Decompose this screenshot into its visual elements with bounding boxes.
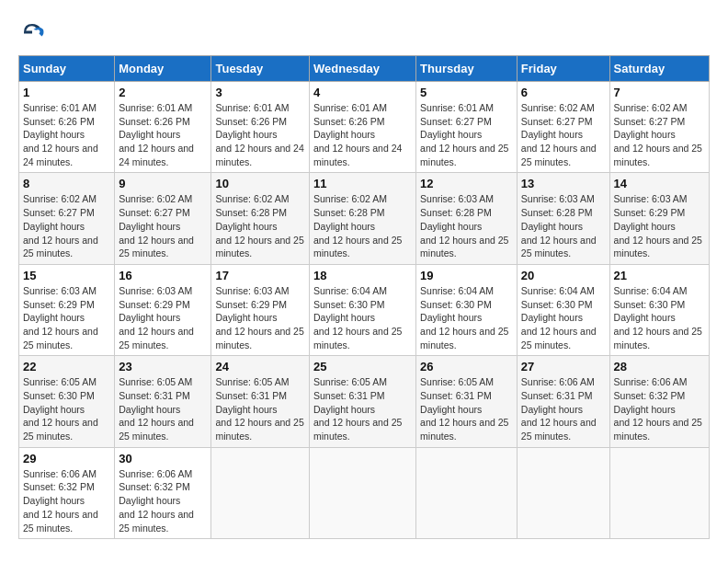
header: [18, 18, 710, 46]
day-number: 3: [215, 86, 305, 99]
calendar-day-cell: 29 Sunrise: 6:06 AMSunset: 6:32 PMDaylig…: [19, 447, 115, 538]
day-info: Sunrise: 6:02 AMSunset: 6:27 PMDaylight …: [119, 193, 194, 259]
day-info: Sunrise: 6:05 AMSunset: 6:31 PMDaylight …: [313, 376, 402, 442]
calendar-day-cell: 19 Sunrise: 6:04 AMSunset: 6:30 PMDaylig…: [416, 264, 518, 355]
calendar-day-cell: 13 Sunrise: 6:03 AMSunset: 6:28 PMDaylig…: [517, 173, 609, 264]
calendar-week-row: 1 Sunrise: 6:01 AMSunset: 6:26 PMDayligh…: [19, 82, 710, 173]
calendar-day-cell: 14 Sunrise: 6:03 AMSunset: 6:29 PMDaylig…: [609, 173, 709, 264]
day-info: Sunrise: 6:06 AMSunset: 6:31 PMDaylight …: [521, 376, 597, 442]
day-number: 16: [119, 269, 207, 282]
calendar-day-cell: 25 Sunrise: 6:05 AMSunset: 6:31 PMDaylig…: [309, 356, 415, 447]
day-number: 25: [313, 360, 412, 373]
day-info: Sunrise: 6:03 AMSunset: 6:29 PMDaylight …: [215, 285, 303, 350]
calendar-day-cell: 30 Sunrise: 6:06 AMSunset: 6:32 PMDaylig…: [115, 447, 211, 538]
day-number: 30: [119, 452, 207, 465]
weekday-header-thursday: Thursday: [416, 56, 518, 82]
day-info: Sunrise: 6:01 AMSunset: 6:27 PMDaylight …: [420, 102, 508, 167]
calendar-day-cell: 27 Sunrise: 6:06 AMSunset: 6:31 PMDaylig…: [517, 356, 609, 447]
calendar-week-row: 8 Sunrise: 6:02 AMSunset: 6:27 PMDayligh…: [19, 173, 710, 264]
day-number: 6: [521, 86, 606, 99]
day-number: 27: [521, 360, 606, 373]
logo-icon: [18, 18, 46, 46]
day-info: Sunrise: 6:03 AMSunset: 6:29 PMDaylight …: [614, 193, 702, 259]
day-number: 12: [420, 177, 513, 190]
day-number: 28: [614, 360, 705, 373]
calendar-day-cell: [416, 447, 518, 538]
day-number: 20: [521, 269, 606, 282]
day-info: Sunrise: 6:05 AMSunset: 6:31 PMDaylight …: [215, 376, 303, 442]
calendar-day-cell: [517, 447, 609, 538]
calendar-day-cell: 15 Sunrise: 6:03 AMSunset: 6:29 PMDaylig…: [19, 264, 115, 355]
day-number: 24: [215, 360, 305, 373]
day-info: Sunrise: 6:01 AMSunset: 6:26 PMDaylight …: [215, 102, 303, 167]
day-info: Sunrise: 6:03 AMSunset: 6:29 PMDaylight …: [23, 285, 98, 350]
weekday-header-tuesday: Tuesday: [211, 56, 310, 82]
calendar-day-cell: 22 Sunrise: 6:05 AMSunset: 6:30 PMDaylig…: [19, 356, 115, 447]
calendar-day-cell: 10 Sunrise: 6:02 AMSunset: 6:28 PMDaylig…: [211, 173, 310, 264]
day-info: Sunrise: 6:05 AMSunset: 6:31 PMDaylight …: [119, 376, 194, 442]
day-number: 21: [614, 269, 705, 282]
day-info: Sunrise: 6:02 AMSunset: 6:27 PMDaylight …: [521, 102, 597, 167]
weekday-header-wednesday: Wednesday: [309, 56, 415, 82]
calendar-day-cell: 26 Sunrise: 6:05 AMSunset: 6:31 PMDaylig…: [416, 356, 518, 447]
day-info: Sunrise: 6:04 AMSunset: 6:30 PMDaylight …: [420, 285, 508, 350]
day-info: Sunrise: 6:03 AMSunset: 6:28 PMDaylight …: [420, 193, 508, 259]
day-info: Sunrise: 6:04 AMSunset: 6:30 PMDaylight …: [313, 285, 402, 350]
calendar-week-row: 29 Sunrise: 6:06 AMSunset: 6:32 PMDaylig…: [19, 447, 710, 538]
day-info: Sunrise: 6:06 AMSunset: 6:32 PMDaylight …: [614, 376, 702, 442]
day-number: 5: [420, 86, 513, 99]
day-info: Sunrise: 6:04 AMSunset: 6:30 PMDaylight …: [614, 285, 702, 350]
calendar-day-cell: [211, 447, 310, 538]
day-info: Sunrise: 6:03 AMSunset: 6:28 PMDaylight …: [521, 193, 597, 259]
day-info: Sunrise: 6:06 AMSunset: 6:32 PMDaylight …: [23, 468, 98, 534]
day-number: 22: [23, 360, 110, 373]
day-info: Sunrise: 6:02 AMSunset: 6:27 PMDaylight …: [614, 102, 702, 167]
day-number: 19: [420, 269, 513, 282]
day-number: 26: [420, 360, 513, 373]
calendar-day-cell: 5 Sunrise: 6:01 AMSunset: 6:27 PMDayligh…: [416, 82, 518, 173]
day-info: Sunrise: 6:02 AMSunset: 6:27 PMDaylight …: [23, 193, 98, 259]
day-number: 18: [313, 269, 412, 282]
calendar-day-cell: 21 Sunrise: 6:04 AMSunset: 6:30 PMDaylig…: [609, 264, 709, 355]
day-info: Sunrise: 6:04 AMSunset: 6:30 PMDaylight …: [521, 285, 597, 350]
calendar-week-row: 22 Sunrise: 6:05 AMSunset: 6:30 PMDaylig…: [19, 356, 710, 447]
weekday-header-monday: Monday: [115, 56, 211, 82]
day-number: 29: [23, 452, 110, 465]
calendar-day-cell: 17 Sunrise: 6:03 AMSunset: 6:29 PMDaylig…: [211, 264, 310, 355]
calendar-day-cell: 8 Sunrise: 6:02 AMSunset: 6:27 PMDayligh…: [19, 173, 115, 264]
day-number: 8: [23, 177, 110, 190]
calendar-day-cell: 2 Sunrise: 6:01 AMSunset: 6:26 PMDayligh…: [115, 82, 211, 173]
calendar-day-cell: 18 Sunrise: 6:04 AMSunset: 6:30 PMDaylig…: [309, 264, 415, 355]
calendar-week-row: 15 Sunrise: 6:03 AMSunset: 6:29 PMDaylig…: [19, 264, 710, 355]
logo: [18, 18, 50, 46]
day-number: 14: [614, 177, 705, 190]
day-info: Sunrise: 6:03 AMSunset: 6:29 PMDaylight …: [119, 285, 194, 350]
day-number: 13: [521, 177, 606, 190]
calendar-day-cell: 20 Sunrise: 6:04 AMSunset: 6:30 PMDaylig…: [517, 264, 609, 355]
day-number: 23: [119, 360, 207, 373]
calendar-day-cell: 24 Sunrise: 6:05 AMSunset: 6:31 PMDaylig…: [211, 356, 310, 447]
day-info: Sunrise: 6:05 AMSunset: 6:31 PMDaylight …: [420, 376, 508, 442]
calendar-day-cell: 11 Sunrise: 6:02 AMSunset: 6:28 PMDaylig…: [309, 173, 415, 264]
calendar-day-cell: 6 Sunrise: 6:02 AMSunset: 6:27 PMDayligh…: [517, 82, 609, 173]
calendar-day-cell: [309, 447, 415, 538]
calendar-day-cell: 16 Sunrise: 6:03 AMSunset: 6:29 PMDaylig…: [115, 264, 211, 355]
day-number: 1: [23, 86, 110, 99]
calendar-day-cell: 23 Sunrise: 6:05 AMSunset: 6:31 PMDaylig…: [115, 356, 211, 447]
day-number: 11: [313, 177, 412, 190]
calendar-day-cell: [609, 447, 709, 538]
weekday-header-sunday: Sunday: [19, 56, 115, 82]
calendar-day-cell: 9 Sunrise: 6:02 AMSunset: 6:27 PMDayligh…: [115, 173, 211, 264]
day-number: 4: [313, 86, 412, 99]
calendar-day-cell: 1 Sunrise: 6:01 AMSunset: 6:26 PMDayligh…: [19, 82, 115, 173]
day-info: Sunrise: 6:05 AMSunset: 6:30 PMDaylight …: [23, 376, 98, 442]
calendar-day-cell: 7 Sunrise: 6:02 AMSunset: 6:27 PMDayligh…: [609, 82, 709, 173]
day-number: 10: [215, 177, 305, 190]
calendar-day-cell: 3 Sunrise: 6:01 AMSunset: 6:26 PMDayligh…: [211, 82, 310, 173]
day-number: 15: [23, 269, 110, 282]
day-info: Sunrise: 6:02 AMSunset: 6:28 PMDaylight …: [313, 193, 402, 259]
calendar-day-cell: 12 Sunrise: 6:03 AMSunset: 6:28 PMDaylig…: [416, 173, 518, 264]
weekday-header-friday: Friday: [517, 56, 609, 82]
weekday-header-saturday: Saturday: [609, 56, 709, 82]
day-number: 9: [119, 177, 207, 190]
